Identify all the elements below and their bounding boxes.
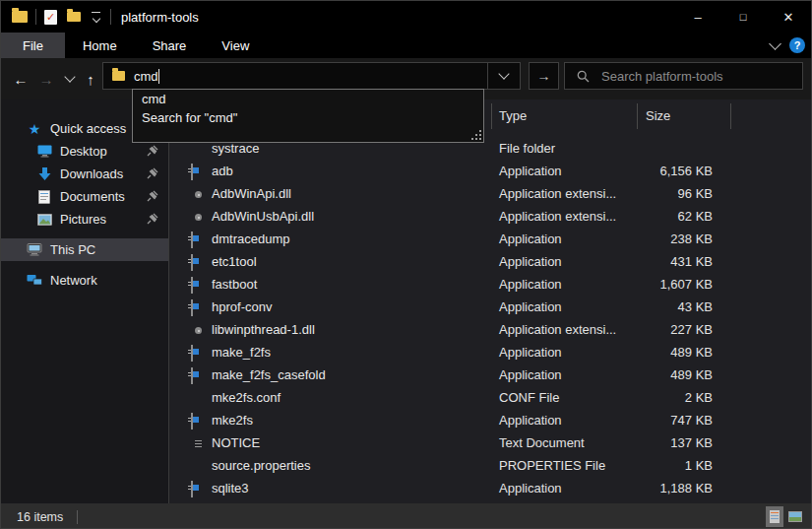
file-row[interactable]: sqlite3Application1,188 KB <box>169 478 812 500</box>
file-name: AdbWinApi.dll <box>212 186 291 201</box>
file-icon <box>191 459 206 474</box>
go-to-button[interactable]: → <box>529 62 559 90</box>
customize-toolbar-chevron-icon[interactable] <box>91 12 102 22</box>
file-size: 1 KB <box>553 458 713 473</box>
address-dropdown-button[interactable] <box>488 62 521 90</box>
file-type: CONF File <box>499 390 559 405</box>
sidebar-item-label: Desktop <box>60 144 107 159</box>
star-icon: ★ <box>27 121 42 137</box>
textfile-icon <box>191 436 206 451</box>
app-icon <box>191 255 206 270</box>
file-size: 1,607 KB <box>553 277 713 292</box>
sidebar-item-label: Network <box>50 273 97 288</box>
file-row[interactable]: mke2fsApplication747 KB <box>169 410 812 432</box>
file-row[interactable]: libwinpthread-1.dllApplication extensi..… <box>169 319 812 342</box>
details-view-button[interactable] <box>766 506 783 527</box>
search-input[interactable] <box>599 68 786 85</box>
file-row[interactable]: AdbWinUsbApi.dllApplication extensi...62… <box>169 206 812 229</box>
app-icon <box>191 165 206 179</box>
file-row[interactable]: NOTICEText Document137 KB <box>169 432 812 455</box>
file-row[interactable]: source.propertiesPROPERTIES File1 KB <box>169 455 812 478</box>
items-count: 16 items <box>17 510 63 524</box>
sidebar-item-documents[interactable]: Documents <box>1 185 168 208</box>
file-size: 6,156 KB <box>553 164 713 178</box>
new-folder-icon[interactable] <box>67 12 81 22</box>
sidebar: ★Quick accessDesktopDownloadsDocumentsPi… <box>1 99 168 503</box>
pictures-icon <box>36 212 52 228</box>
file-size: 1,188 KB <box>553 481 713 496</box>
explorer-window: ✓ platform-tools – □ ✕ FileHomeShareView… <box>0 0 812 529</box>
file-size: 2 KB <box>553 390 713 405</box>
file-name: mke2fs.conf <box>212 390 281 405</box>
file-size: 238 KB <box>553 231 713 246</box>
pin-icon <box>147 167 158 179</box>
tab-share[interactable]: Share <box>135 33 205 58</box>
window-title: platform-tools <box>121 10 199 25</box>
file-row[interactable]: make_f2fsApplication489 KB <box>169 342 812 364</box>
network-icon <box>27 273 42 289</box>
column-header-type[interactable]: Type <box>499 108 527 123</box>
properties-icon[interactable]: ✓ <box>44 10 57 25</box>
minimize-button[interactable]: – <box>675 1 720 33</box>
address-suggestions-dropdown: cmdSearch for "cmd" <box>132 89 484 143</box>
tab-file[interactable]: File <box>1 33 65 58</box>
file-row[interactable]: fastbootApplication1,607 KB <box>169 274 812 297</box>
close-button[interactable]: ✕ <box>766 1 811 33</box>
help-icon[interactable]: ? <box>789 37 805 53</box>
up-button[interactable]: ↑ <box>79 67 102 91</box>
search-box[interactable] <box>564 62 803 90</box>
pin-icon <box>147 213 158 225</box>
window-controls: – □ ✕ <box>675 1 811 33</box>
dropdown-resize-grip[interactable] <box>472 131 481 140</box>
address-value: cmd <box>134 69 158 84</box>
sidebar-item-this-pc[interactable]: This PC <box>1 238 168 261</box>
tab-home[interactable]: Home <box>65 33 135 58</box>
sidebar-item-network[interactable]: Network <box>1 269 168 292</box>
maximize-button[interactable]: □ <box>720 1 766 33</box>
file-name: mke2fs <box>212 413 253 428</box>
app-icon <box>191 346 206 361</box>
file-row[interactable]: adbApplication6,156 KB <box>169 161 812 183</box>
column-separator[interactable] <box>730 103 731 129</box>
column-separator[interactable] <box>491 103 492 129</box>
thumbnails-view-button[interactable] <box>786 506 804 527</box>
tab-view[interactable]: View <box>204 33 267 58</box>
sidebar-item-pictures[interactable]: Pictures <box>1 208 168 231</box>
collapse-ribbon-chevron-icon[interactable] <box>769 37 781 50</box>
file-icon <box>191 391 206 406</box>
file-row[interactable]: AdbWinApi.dllApplication extensi...96 KB <box>169 183 812 206</box>
suggestion-item[interactable]: cmd <box>133 90 483 108</box>
file-name: AdbWinUsbApi.dll <box>212 209 314 224</box>
file-size: 747 KB <box>553 413 713 428</box>
address-folder-icon <box>112 71 125 81</box>
main-area: ★Quick accessDesktopDownloadsDocumentsPi… <box>1 99 811 503</box>
back-button[interactable]: ← <box>9 67 32 91</box>
suggestion-item[interactable]: Search for "cmd" <box>133 108 483 127</box>
app-folder-icon[interactable] <box>12 11 28 23</box>
sidebar-item-downloads[interactable]: Downloads <box>1 163 168 185</box>
details-view-icon <box>770 510 780 523</box>
address-bar-input[interactable]: cmd <box>102 62 488 90</box>
sidebar-item-label: Quick access <box>50 121 126 136</box>
column-separator[interactable] <box>637 103 638 129</box>
sidebar-item-desktop[interactable]: Desktop <box>1 140 168 163</box>
file-name: NOTICE <box>212 435 260 450</box>
file-row[interactable]: mke2fs.confCONF File2 KB <box>169 387 812 410</box>
file-row[interactable]: dmtracedumpApplication238 KB <box>169 229 812 251</box>
text-caret <box>158 69 159 84</box>
file-size: 43 KB <box>553 299 713 314</box>
dll-icon <box>191 323 206 338</box>
forward-button[interactable]: → <box>34 67 58 91</box>
dll-icon <box>191 187 206 202</box>
column-header-size[interactable]: Size <box>646 108 670 123</box>
titlebar: ✓ platform-tools – □ ✕ <box>1 1 811 33</box>
app-icon <box>191 414 206 429</box>
file-name: systrace <box>212 141 259 156</box>
statusbar-divider <box>77 510 78 524</box>
file-row[interactable]: make_f2fs_casefoldApplication489 KB <box>169 364 812 387</box>
file-row[interactable]: etc1toolApplication431 KB <box>169 251 812 274</box>
app-icon <box>191 368 206 383</box>
titlebar-divider <box>35 9 36 25</box>
file-row[interactable]: hprof-convApplication43 KB <box>169 297 812 319</box>
pin-icon <box>147 190 158 202</box>
